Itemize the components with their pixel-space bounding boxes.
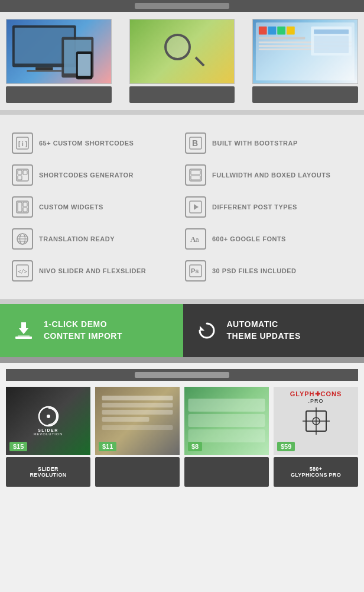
layout-icon bbox=[185, 164, 206, 186]
separator-3 bbox=[0, 357, 364, 363]
cta-left-line2: Content Import bbox=[44, 331, 122, 342]
svg-rect-61 bbox=[188, 429, 265, 442]
svg-rect-7 bbox=[78, 54, 91, 76]
svg-rect-2 bbox=[35, 67, 53, 70]
product-img-2: $11 bbox=[95, 387, 180, 455]
feature-layouts-label: Fullwidth and Boxed Layouts bbox=[212, 172, 330, 179]
magnifier-circle bbox=[164, 34, 191, 60]
svg-text:a: a bbox=[196, 237, 199, 243]
svg-rect-10 bbox=[268, 27, 277, 35]
product-img-4: GLYPH✚CONS .PRO $59 bbox=[274, 387, 358, 455]
svg-marker-51 bbox=[200, 326, 204, 331]
product-price-4: $59 bbox=[277, 442, 295, 451]
product-label-2 bbox=[95, 457, 180, 487]
slider-rev-text2: REVOLUTION bbox=[34, 432, 63, 436]
feature-slider-label: Nivo Slider and FlexSlider bbox=[39, 267, 146, 274]
feature-post-types: Different Post Types bbox=[185, 196, 352, 218]
svg-rect-24 bbox=[17, 169, 28, 181]
thumbnails-section bbox=[0, 12, 364, 110]
feature-shortcodes-gen-label: Shortcodes Generator bbox=[39, 172, 134, 179]
refresh-icon bbox=[195, 319, 219, 342]
svg-rect-28 bbox=[190, 169, 202, 181]
product-glyphicons[interactable]: GLYPH✚CONS .PRO $59 580+Glyphicons Pro bbox=[274, 387, 358, 487]
product-price-3: $8 bbox=[188, 442, 202, 451]
thumb-label-1 bbox=[6, 86, 112, 103]
thumb-image-1 bbox=[6, 19, 112, 84]
thumb-item-2[interactable] bbox=[129, 19, 235, 103]
svg-text:</>: </> bbox=[18, 268, 28, 274]
cta-right-line2: Theme Updates bbox=[227, 331, 301, 342]
products-section: SLIDER REVOLUTION $15 SliderRevolution bbox=[0, 363, 364, 493]
feature-fonts: Aa 600+ Google Fonts bbox=[185, 228, 352, 250]
cta-right-line1: Automatic bbox=[227, 319, 301, 331]
slider-rev-text1: SLIDER bbox=[38, 428, 58, 432]
svg-rect-3 bbox=[27, 70, 61, 72]
product-label-3 bbox=[184, 457, 269, 487]
svg-rect-29 bbox=[191, 170, 200, 174]
thumb-image-2 bbox=[129, 19, 235, 84]
feature-fonts-label: 600+ Google Fonts bbox=[212, 235, 286, 242]
feature-translation: Translation Ready bbox=[12, 228, 179, 250]
feature-psd-label: 30 PSD Files Included bbox=[212, 267, 297, 274]
svg-text:[ i ]: [ i ] bbox=[18, 141, 27, 147]
thumb-image-3 bbox=[252, 19, 358, 84]
feature-slider: </> Nivo Slider and FlexSlider bbox=[12, 260, 179, 282]
fonts-icon: Aa bbox=[185, 228, 206, 250]
svg-rect-9 bbox=[259, 27, 267, 35]
feature-shortcodes-gen: Shortcodes Generator bbox=[12, 164, 179, 186]
cta-left-button[interactable]: 1-Click Demo Content Import bbox=[0, 304, 181, 357]
product-2[interactable]: $11 bbox=[95, 387, 180, 487]
feature-widgets: Custom Widgets bbox=[12, 196, 179, 218]
slider-revolution-icon bbox=[38, 406, 59, 427]
glyphicons-logo-text: GLYPH✚CONS bbox=[290, 390, 342, 398]
svg-rect-12 bbox=[287, 27, 295, 35]
thumb-label-3 bbox=[252, 86, 358, 103]
svg-rect-25 bbox=[18, 170, 22, 174]
svg-rect-32 bbox=[18, 202, 22, 212]
svg-marker-36 bbox=[194, 204, 199, 210]
svg-rect-27 bbox=[18, 176, 22, 180]
cta-section: 1-Click Demo Content Import Automatic Th… bbox=[0, 304, 364, 357]
svg-text:B: B bbox=[192, 138, 198, 148]
product-label-4: 580+Glyphicons Pro bbox=[274, 457, 358, 487]
crosshair-icon bbox=[301, 406, 331, 436]
svg-rect-31 bbox=[17, 201, 28, 213]
svg-rect-50 bbox=[18, 335, 30, 337]
feature-translation-label: Translation Ready bbox=[39, 235, 115, 242]
cta-right-button[interactable]: Automatic Theme Updates bbox=[181, 304, 365, 357]
svg-point-53 bbox=[47, 415, 50, 418]
feature-bootstrap-label: Built with Bootstrap bbox=[212, 140, 298, 147]
feature-shortcodes: [ i ] 65+ Custom Shortcodes bbox=[12, 132, 179, 154]
svg-rect-13 bbox=[259, 37, 306, 39]
products-bar-inner bbox=[135, 372, 229, 378]
product-label-text-1: SliderRevolution bbox=[30, 466, 66, 478]
products-top-bar bbox=[6, 369, 358, 381]
magnifier-handle bbox=[195, 57, 205, 67]
brackets-icon: [ i ] bbox=[12, 132, 33, 154]
thumb-item-3[interactable] bbox=[252, 19, 358, 103]
product-price-1: $15 bbox=[9, 442, 27, 451]
svg-rect-34 bbox=[23, 208, 27, 212]
slider-icon: </> bbox=[12, 260, 33, 282]
product-slider-revolution[interactable]: SLIDER REVOLUTION $15 SliderRevolution bbox=[6, 387, 90, 487]
product-label-text-4: 580+Glyphicons Pro bbox=[291, 466, 341, 478]
svg-rect-30 bbox=[191, 176, 200, 180]
globe-icon bbox=[12, 228, 33, 250]
svg-rect-18 bbox=[314, 30, 349, 34]
cta-right-text: Automatic Theme Updates bbox=[227, 319, 301, 342]
video-icon bbox=[185, 196, 206, 218]
thumb-item-1[interactable] bbox=[6, 19, 112, 103]
feature-shortcodes-label: 65+ Custom Shortcodes bbox=[39, 140, 134, 147]
features-section: [ i ] 65+ Custom Shortcodes B Built with… bbox=[0, 115, 364, 299]
products-grid: SLIDER REVOLUTION $15 SliderRevolution bbox=[6, 387, 358, 487]
widget-icon bbox=[12, 196, 33, 218]
svg-rect-56 bbox=[102, 410, 173, 415]
svg-rect-19 bbox=[314, 35, 349, 53]
bootstrap-icon: B bbox=[185, 132, 206, 154]
feature-post-types-label: Different Post Types bbox=[212, 203, 297, 211]
top-nav-bar bbox=[0, 0, 364, 12]
feature-layouts: Fullwidth and Boxed Layouts bbox=[185, 164, 352, 186]
product-3[interactable]: $8 bbox=[184, 387, 269, 487]
feature-bootstrap: B Built with Bootstrap bbox=[185, 132, 352, 154]
devices-illustration bbox=[6, 20, 111, 83]
